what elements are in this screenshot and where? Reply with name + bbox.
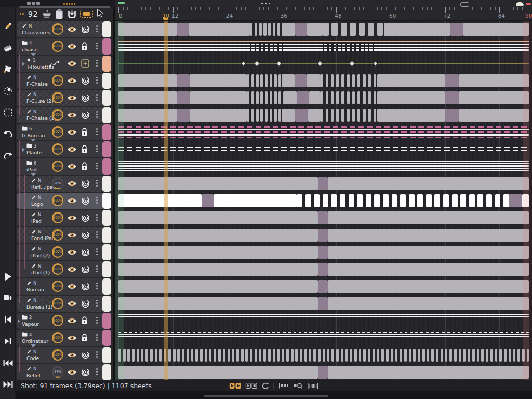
- exposure-frame[interactable]: [359, 23, 365, 36]
- redo-tool[interactable]: [0, 149, 16, 163]
- held-segment[interactable]: [295, 74, 307, 87]
- layer-color-chip[interactable]: [102, 227, 111, 243]
- layer-row-ipad-1-[interactable]: NiPad (1)100%: [17, 261, 111, 277]
- layer-menu-icon[interactable]: [96, 351, 98, 358]
- exposure-frame[interactable]: [345, 349, 348, 362]
- track-row-6[interactable]: [115, 126, 532, 139]
- held-segment[interactable]: [295, 109, 308, 122]
- layer-menu-icon[interactable]: [96, 368, 98, 375]
- track-row-3[interactable]: [115, 74, 532, 87]
- track-row-7[interactable]: [115, 143, 532, 156]
- exposure-frame[interactable]: [145, 349, 148, 362]
- exposure-frame[interactable]: [295, 349, 298, 362]
- opacity-badge[interactable]: 100%: [52, 212, 63, 223]
- exposure-frame[interactable]: [309, 349, 312, 362]
- exposure-frame[interactable]: [260, 91, 263, 104]
- exposure-frame[interactable]: [218, 349, 221, 362]
- track-row-5[interactable]: [115, 109, 532, 122]
- exposure-frame[interactable]: [426, 194, 432, 207]
- motion-path-icon[interactable]: [49, 60, 60, 68]
- exposure-frame[interactable]: [278, 74, 281, 87]
- onion-icon[interactable]: [81, 351, 90, 360]
- layer-row-g-bureau[interactable]: 6G-Bureau100%: [17, 124, 111, 140]
- layer-row-vapeur[interactable]: 2Vapeur100%: [17, 313, 111, 329]
- opacity-badge[interactable]: 100%: [52, 92, 63, 103]
- opacity-badge[interactable]: 100%: [52, 263, 63, 275]
- exposure-frame[interactable]: [263, 349, 266, 362]
- layer-menu-icon[interactable]: [96, 25, 98, 32]
- exposure-frame[interactable]: [368, 109, 370, 122]
- keyframe-diamond[interactable]: [373, 61, 378, 66]
- exposure-segment[interactable]: [189, 23, 250, 36]
- exposure-segment[interactable]: [118, 280, 318, 293]
- exposure-frame[interactable]: [268, 349, 271, 362]
- exposure-frame[interactable]: [168, 349, 171, 362]
- track-row-4[interactable]: [115, 91, 532, 104]
- collapse-arrow-icon[interactable]: [18, 319, 20, 323]
- visibility-eye-icon[interactable]: [67, 232, 77, 238]
- exposure-frame[interactable]: [459, 349, 461, 362]
- exposure-segment[interactable]: [118, 74, 177, 87]
- exposure-frame[interactable]: [368, 23, 374, 36]
- exposure-frame[interactable]: [352, 91, 355, 104]
- exposure-frame[interactable]: [436, 349, 438, 362]
- onion-icon[interactable]: [81, 282, 90, 291]
- lock-icon[interactable]: [81, 145, 88, 153]
- lock-icon[interactable]: [81, 316, 88, 325]
- exposure-frame[interactable]: [504, 349, 507, 362]
- exposure-frame[interactable]: [256, 74, 259, 87]
- exposure-frame[interactable]: [357, 109, 360, 122]
- track-row-14[interactable]: [115, 263, 532, 276]
- exposure-frame[interactable]: [200, 349, 203, 362]
- opacity-badge[interactable]: 100%: [52, 41, 63, 52]
- exposure-frame[interactable]: [495, 349, 498, 362]
- exposure-frame[interactable]: [274, 74, 276, 87]
- exposure-frame[interactable]: [331, 23, 338, 36]
- track-row-10[interactable]: [115, 194, 532, 207]
- exposure-frame[interactable]: [282, 349, 284, 362]
- exposure-frame[interactable]: [331, 349, 334, 362]
- layer-color-chip[interactable]: [102, 296, 111, 312]
- exposure-frame[interactable]: [223, 349, 225, 362]
- exposure-frame[interactable]: [318, 349, 321, 362]
- frame-view-button[interactable]: [279, 383, 289, 389]
- visibility-eye-icon[interactable]: [67, 146, 77, 153]
- keyframe-diamond[interactable]: [317, 61, 323, 66]
- layer-color-chip[interactable]: [102, 193, 111, 209]
- visibility-eye-icon[interactable]: [67, 163, 77, 170]
- track-row-1[interactable]: [115, 40, 532, 53]
- keyframe-diamond[interactable]: [350, 61, 355, 66]
- layer-row-f-c-se-2-[interactable]: NF-C...se (2)100%: [17, 90, 111, 106]
- exposure-frame[interactable]: [320, 91, 323, 104]
- exposure-frame[interactable]: [469, 194, 475, 207]
- exposure-frame[interactable]: [205, 349, 207, 362]
- exposure-frame[interactable]: [477, 349, 480, 362]
- held-segment[interactable]: [318, 263, 328, 276]
- exposure-frame[interactable]: [177, 349, 180, 362]
- exposure-frame[interactable]: [137, 349, 139, 362]
- track-row-16[interactable]: [115, 297, 532, 310]
- opacity-badge[interactable]: 100%: [52, 75, 63, 86]
- exposure-segment[interactable]: [377, 74, 445, 87]
- opacity-badge[interactable]: 100%: [52, 143, 63, 155]
- onion-icon[interactable]: [81, 231, 90, 240]
- layer-row-refl-ipad[interactable]: NRefl...ipad20%: [17, 176, 111, 192]
- layer-row-ipad-2-[interactable]: NiPad (2)100%: [17, 244, 111, 260]
- opacity-badge[interactable]: 100%: [52, 298, 63, 309]
- exposure-frame[interactable]: [241, 349, 244, 362]
- exposure-frame[interactable]: [431, 349, 434, 362]
- visibility-eye-icon[interactable]: [67, 129, 77, 136]
- held-segment[interactable]: [318, 211, 328, 224]
- opacity-badge[interactable]: 100%: [52, 109, 63, 121]
- exposure-frame[interactable]: [374, 194, 380, 207]
- exposure-frame[interactable]: [472, 349, 475, 362]
- exposure-frame[interactable]: [366, 194, 371, 207]
- exposure-frame[interactable]: [141, 349, 144, 362]
- exposure-frame[interactable]: [182, 349, 184, 362]
- exposure-frame[interactable]: [305, 194, 311, 207]
- keyframe-diamond[interactable]: [241, 61, 246, 66]
- visibility-eye-icon[interactable]: [67, 26, 77, 33]
- exposure-frame[interactable]: [251, 74, 254, 87]
- last-frame-button[interactable]: [0, 378, 16, 391]
- exposure-segment[interactable]: [307, 74, 320, 87]
